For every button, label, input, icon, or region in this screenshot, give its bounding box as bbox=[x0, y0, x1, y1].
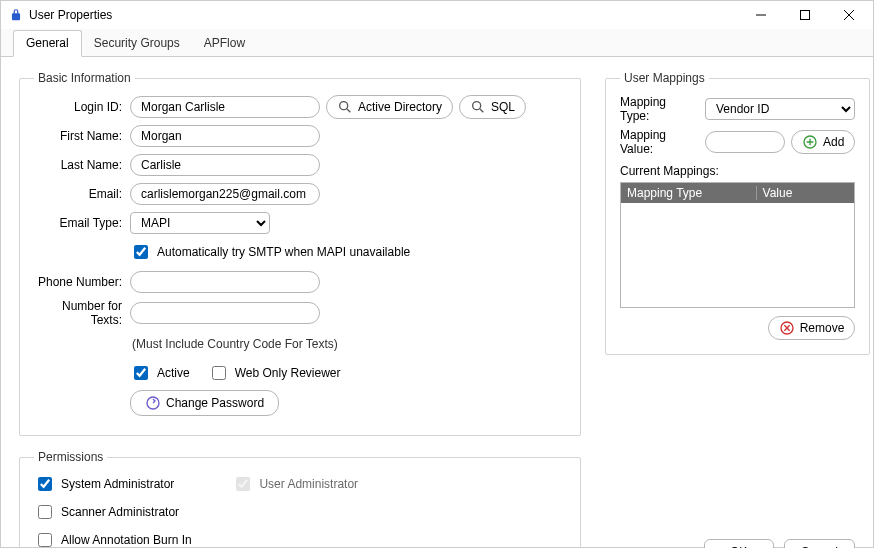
tab-bar: General Security Groups APFlow bbox=[1, 29, 873, 57]
mapping-value-label: Mapping Value: bbox=[620, 128, 705, 156]
active-checkbox[interactable]: Active bbox=[130, 363, 190, 383]
last-name-label: Last Name: bbox=[34, 158, 130, 172]
search-icon bbox=[470, 99, 486, 115]
user-mappings-legend: User Mappings bbox=[620, 71, 709, 85]
user-admin-checkbox[interactable]: User Administrator bbox=[232, 474, 358, 494]
email-type-select[interactable]: MAPI bbox=[130, 212, 270, 234]
phone-label: Phone Number: bbox=[34, 275, 130, 289]
web-only-checkbox[interactable]: Web Only Reviewer bbox=[208, 363, 341, 383]
allow-burn-checkbox[interactable]: Allow Annotation Burn In bbox=[34, 530, 548, 548]
mappings-table[interactable]: Mapping Type Value bbox=[620, 182, 855, 308]
texts-hint: (Must Include Country Code For Texts) bbox=[130, 337, 338, 351]
mapping-type-label: Mapping Type: bbox=[620, 95, 705, 123]
basic-information-group: Basic Information Login ID: Active Direc… bbox=[19, 71, 581, 436]
add-mapping-button[interactable]: Add bbox=[791, 130, 855, 154]
col-mapping-value[interactable]: Value bbox=[757, 186, 855, 200]
refresh-icon bbox=[145, 395, 161, 411]
texts-input[interactable] bbox=[130, 302, 320, 324]
minimize-button[interactable] bbox=[739, 1, 783, 29]
search-icon bbox=[337, 99, 353, 115]
ok-button[interactable]: OK bbox=[704, 539, 774, 548]
basic-information-legend: Basic Information bbox=[34, 71, 135, 85]
cancel-button[interactable]: Cancel bbox=[784, 539, 855, 548]
window: User Properties General Security Groups … bbox=[0, 0, 874, 548]
col-mapping-type[interactable]: Mapping Type bbox=[621, 186, 757, 200]
permissions-group: Permissions System Administrator User Ad… bbox=[19, 450, 581, 548]
mappings-table-header: Mapping Type Value bbox=[621, 183, 854, 203]
svg-rect-0 bbox=[801, 11, 810, 20]
sql-button[interactable]: SQL bbox=[459, 95, 526, 119]
last-name-input[interactable] bbox=[130, 154, 320, 176]
current-mappings-label: Current Mappings: bbox=[620, 164, 855, 178]
remove-mapping-button[interactable]: Remove bbox=[768, 316, 856, 340]
user-mappings-group: User Mappings Mapping Type: Vendor ID Ma… bbox=[605, 71, 870, 355]
tab-security-groups[interactable]: Security Groups bbox=[82, 31, 192, 56]
lock-icon bbox=[9, 8, 23, 22]
email-label: Email: bbox=[34, 187, 130, 201]
first-name-label: First Name: bbox=[34, 129, 130, 143]
remove-icon bbox=[779, 320, 795, 336]
scanner-admin-checkbox[interactable]: Scanner Administrator bbox=[34, 502, 548, 522]
add-icon bbox=[802, 134, 818, 150]
svg-point-1 bbox=[340, 102, 348, 110]
window-title: User Properties bbox=[29, 8, 739, 22]
smtp-fallback-checkbox[interactable]: Automatically try SMTP when MAPI unavail… bbox=[130, 242, 410, 262]
texts-label: Number for Texts: bbox=[34, 299, 130, 327]
svg-point-2 bbox=[473, 102, 481, 110]
maximize-button[interactable] bbox=[783, 1, 827, 29]
login-id-input[interactable] bbox=[130, 96, 320, 118]
login-id-label: Login ID: bbox=[34, 100, 130, 114]
mapping-type-select[interactable]: Vendor ID bbox=[705, 98, 855, 120]
first-name-input[interactable] bbox=[130, 125, 320, 147]
content: Basic Information Login ID: Active Direc… bbox=[1, 57, 873, 548]
change-password-button[interactable]: Change Password bbox=[130, 390, 279, 416]
mapping-value-input[interactable] bbox=[705, 131, 785, 153]
email-type-label: Email Type: bbox=[34, 216, 130, 230]
titlebar: User Properties bbox=[1, 1, 873, 29]
permissions-legend: Permissions bbox=[34, 450, 107, 464]
tab-general[interactable]: General bbox=[13, 30, 82, 57]
tab-apflow[interactable]: APFlow bbox=[192, 31, 257, 56]
system-admin-checkbox[interactable]: System Administrator bbox=[34, 474, 174, 494]
email-input[interactable] bbox=[130, 183, 320, 205]
close-button[interactable] bbox=[827, 1, 871, 29]
phone-input[interactable] bbox=[130, 271, 320, 293]
active-directory-button[interactable]: Active Directory bbox=[326, 95, 453, 119]
